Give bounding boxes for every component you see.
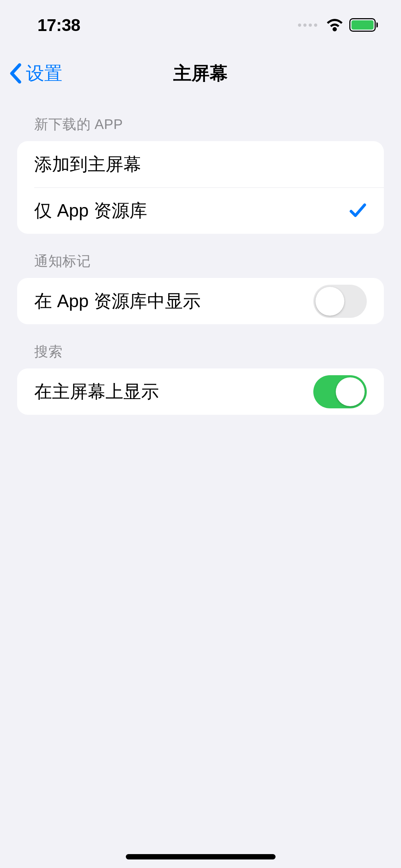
section-header-new-downloads: 新下载的 APP (17, 97, 384, 141)
row-show-in-app-library: 在 App 资源库中显示 (17, 278, 384, 324)
status-bar: 17:38 (0, 0, 401, 50)
toggle-show-on-home[interactable] (313, 375, 367, 408)
cellular-dots-icon (298, 24, 317, 27)
row-label: 在 App 资源库中显示 (34, 289, 201, 313)
section-header-notification-badges: 通知标记 (17, 234, 384, 278)
checkmark-icon (349, 202, 367, 219)
page-title: 主屏幕 (173, 61, 228, 86)
wifi-icon (326, 19, 344, 31)
group-notification-badges: 在 App 资源库中显示 (17, 278, 384, 324)
group-search: 在主屏幕上显示 (17, 368, 384, 415)
toggle-show-in-app-library[interactable] (313, 285, 367, 318)
chevron-left-icon (9, 63, 22, 84)
option-label: 仅 App 资源库 (34, 199, 147, 223)
row-show-on-home: 在主屏幕上显示 (17, 368, 384, 415)
back-button[interactable]: 设置 (9, 61, 62, 86)
row-label: 在主屏幕上显示 (34, 380, 159, 404)
home-indicator[interactable] (126, 854, 276, 859)
nav-bar: 设置 主屏幕 (0, 50, 401, 97)
option-add-to-home[interactable]: 添加到主屏幕 (17, 141, 384, 187)
section-header-search: 搜索 (17, 324, 384, 368)
group-new-downloads: 添加到主屏幕 仅 App 资源库 (17, 141, 384, 234)
back-label: 设置 (26, 61, 62, 86)
battery-icon (349, 18, 378, 32)
status-right (298, 18, 378, 32)
option-label: 添加到主屏幕 (34, 153, 141, 176)
status-time: 17:38 (37, 15, 80, 35)
content: 新下载的 APP 添加到主屏幕 仅 App 资源库 通知标记 在 App 资源库… (0, 97, 401, 415)
option-app-library-only[interactable]: 仅 App 资源库 (17, 187, 384, 234)
